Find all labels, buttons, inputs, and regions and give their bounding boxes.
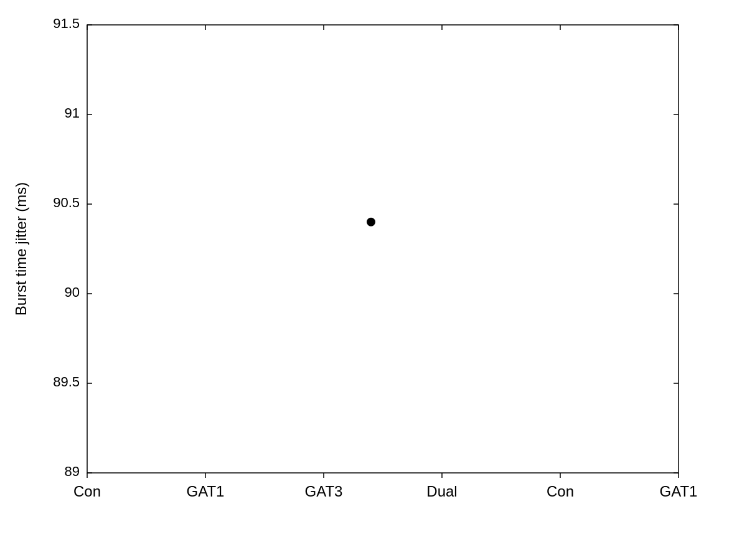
svg-text:Con: Con xyxy=(547,483,574,500)
svg-text:89: 89 xyxy=(65,464,80,479)
svg-text:Con: Con xyxy=(73,483,101,500)
chart-container: 8989.59090.59191.5ConGAT1GAT3DualConGAT1… xyxy=(0,0,747,560)
svg-point-40 xyxy=(367,218,375,226)
svg-text:Dual: Dual xyxy=(426,483,457,500)
svg-text:GAT1: GAT1 xyxy=(660,483,698,500)
svg-text:90: 90 xyxy=(65,284,80,300)
scatter-plot: 8989.59090.59191.5ConGAT1GAT3DualConGAT1… xyxy=(0,0,747,560)
svg-text:91.5: 91.5 xyxy=(53,16,80,31)
svg-text:GAT3: GAT3 xyxy=(305,483,343,500)
svg-rect-1 xyxy=(87,25,679,473)
svg-text:91: 91 xyxy=(65,105,80,121)
svg-text:89.5: 89.5 xyxy=(53,374,80,390)
svg-text:90.5: 90.5 xyxy=(53,195,80,210)
svg-text:GAT1: GAT1 xyxy=(187,483,225,500)
svg-text:Burst time jitter (ms): Burst time jitter (ms) xyxy=(12,182,29,316)
